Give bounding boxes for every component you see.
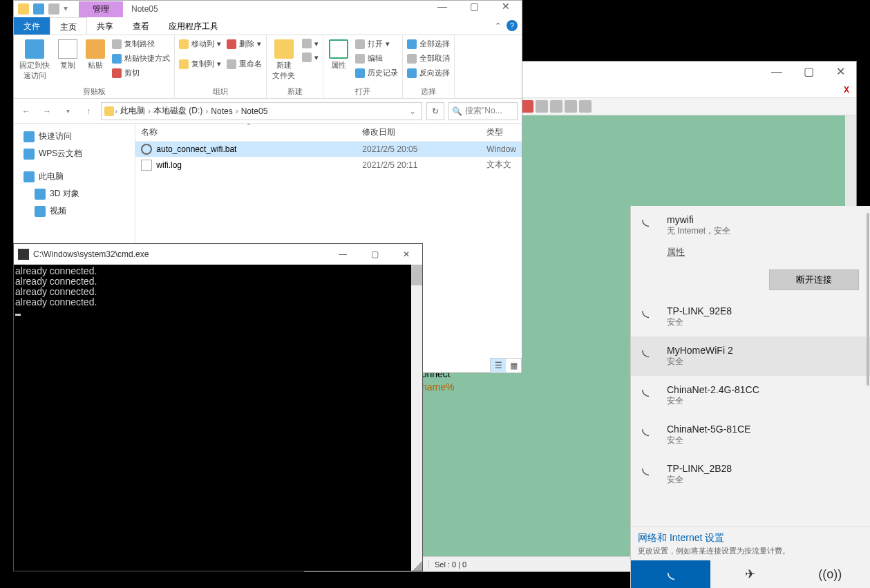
refresh-button[interactable]: ↻	[426, 102, 444, 120]
properties-icon	[329, 39, 348, 59]
selectnone-button[interactable]: 全部取消	[406, 53, 451, 64]
wifi-scrollbar[interactable]	[866, 206, 870, 526]
edit-button[interactable]: 编辑	[354, 53, 399, 64]
address-dropdown-icon[interactable]: ⌄	[406, 106, 419, 116]
copyto-button[interactable]: 复制到 ▾	[178, 58, 223, 70]
close-button[interactable]: ✕	[824, 61, 856, 82]
wifi-network[interactable]: ChinaNet-5G-81CE 安全	[631, 415, 870, 455]
minimize-button[interactable]: —	[761, 61, 793, 82]
group-label: 组织	[178, 86, 263, 97]
moveto-button[interactable]: 移动到 ▾	[178, 38, 223, 50]
properties-button[interactable]: 属性	[326, 38, 351, 72]
document-close-icon[interactable]: X	[841, 84, 853, 96]
maximize-button[interactable]: ▢	[458, 1, 490, 17]
col-modified[interactable]: 修改日期	[362, 126, 486, 138]
cmd-titlebar[interactable]: C:\Windows\system32\cmd.exe — ▢ ✕	[14, 244, 422, 265]
forward-button[interactable]: →	[39, 103, 55, 120]
newfolder-button[interactable]: 新建 文件夹	[269, 38, 298, 82]
easyaccess-button[interactable]: ▾	[301, 52, 320, 63]
file-row[interactable]: auto_connect_wifi.bat 2021/2/5 20:05 Win…	[135, 142, 522, 157]
breadcrumb[interactable]: 此电脑	[118, 105, 147, 117]
details-view-icon[interactable]: ☰	[491, 359, 506, 372]
minimize-button[interactable]: —	[426, 1, 458, 17]
airplane-toggle[interactable]: ✈	[710, 560, 790, 588]
back-button[interactable]: ←	[18, 103, 35, 120]
col-name[interactable]: 名称	[141, 126, 362, 138]
history-button[interactable]: 历史记录	[354, 67, 399, 79]
breadcrumb[interactable]: Note05	[239, 106, 270, 116]
largeicons-view-icon[interactable]: ▦	[506, 359, 521, 372]
title-context-tab[interactable]: 管理	[79, 1, 123, 17]
menu-home[interactable]: 主页	[50, 17, 87, 35]
menu-share[interactable]: 共享	[87, 17, 123, 35]
address-bar[interactable]: › 此电脑› 本地磁盘 (D:)› Notes› Note05 ⌄	[101, 102, 422, 120]
menu-view[interactable]: 查看	[123, 17, 159, 35]
rename-button[interactable]: 重命名	[225, 58, 263, 70]
cut-button[interactable]: 剪切	[111, 67, 171, 79]
help-icon[interactable]: ?	[507, 20, 518, 31]
delete-button[interactable]: 删除 ▾	[225, 38, 263, 50]
menu-file[interactable]: 文件	[14, 17, 50, 35]
collapse-ribbon-icon[interactable]: ⌃	[495, 21, 501, 30]
file-modified: 2021/2/5 20:05	[362, 144, 486, 154]
toolbar-icon[interactable]	[536, 100, 548, 113]
wifi-network[interactable]: TP-LINK_2B28 安全	[631, 455, 870, 494]
nav-3dobjects[interactable]: 3D 对象	[14, 185, 135, 202]
terminal-body[interactable]: already connected. already connected. al…	[14, 265, 422, 571]
wifi-list: mywifi 无 Internet，安全 属性 断开连接 TP-LINK_92E…	[631, 206, 870, 526]
objects3d-icon	[35, 189, 46, 200]
selectall-button[interactable]: 全部选择	[406, 38, 451, 50]
wifi-toggle[interactable]	[631, 560, 710, 588]
wifi-icon	[642, 384, 659, 401]
close-button[interactable]: ✕	[390, 244, 422, 265]
up-button[interactable]: ↑	[80, 103, 97, 120]
search-input[interactable]: 🔍 搜索"No...	[448, 102, 518, 120]
file-row[interactable]: wifi.log 2021/2/5 20:11 文本文	[135, 157, 522, 173]
pasteshortcut-button[interactable]: 粘贴快捷方式	[111, 53, 171, 64]
wifi-network[interactable]: TP-LINK_92E8 安全	[631, 297, 870, 336]
pin-button[interactable]: 固定到快 速访问	[17, 38, 53, 82]
col-type[interactable]: 类型	[486, 126, 516, 138]
invert-button[interactable]: 反向选择	[406, 67, 451, 79]
copy-button[interactable]: 复制	[55, 38, 80, 72]
explorer-titlebar[interactable]: ▾ 管理 Note05 — ▢ ✕	[14, 1, 522, 17]
sort-indicator-icon: ⌃	[246, 122, 252, 130]
toolbar-icon[interactable]	[579, 100, 592, 113]
record-icon[interactable]	[521, 100, 533, 113]
wifi-network[interactable]: ChinaNet-2.4G-81CC 安全	[631, 376, 870, 415]
qat-dropdown-icon[interactable]: ▾	[64, 3, 75, 15]
toolbar-icon[interactable]	[565, 100, 577, 113]
nav-thispc[interactable]: 此电脑	[14, 168, 135, 185]
recent-dropdown[interactable]: ▾	[59, 103, 76, 120]
nav-videos[interactable]: 视频	[14, 202, 135, 220]
nav-quickaccess[interactable]: 快速访问	[14, 128, 135, 145]
minimize-button[interactable]: —	[327, 244, 359, 265]
paste-button[interactable]: 粘贴	[83, 38, 108, 72]
wifi-network[interactable]: MyHomeWiFi 2 安全	[631, 336, 870, 376]
wifi-properties-link[interactable]: 属性	[667, 247, 685, 257]
menu-apptools[interactable]: 应用程序工具	[159, 17, 228, 35]
copypath-button[interactable]: 复制路径	[111, 38, 171, 50]
quick-access-toolbar: ▾	[14, 3, 79, 15]
breadcrumb[interactable]: Notes	[209, 106, 234, 116]
open-icon	[355, 39, 365, 49]
disconnect-button[interactable]: 断开连接	[769, 269, 859, 290]
folder-icon[interactable]	[18, 3, 29, 15]
maximize-button[interactable]: ▢	[793, 61, 824, 82]
hotspot-toggle[interactable]: ((o))	[791, 560, 870, 588]
open-button[interactable]: 打开 ▾	[354, 38, 399, 50]
breadcrumb[interactable]: 本地磁盘 (D:)	[151, 105, 205, 117]
close-button[interactable]: ✕	[490, 1, 522, 17]
cloud-icon	[23, 149, 35, 160]
maximize-button[interactable]: ▢	[359, 244, 390, 265]
resize-grip[interactable]	[413, 561, 422, 571]
wifi-network-connected[interactable]: mywifi 无 Internet，安全	[631, 206, 870, 245]
qat-icon[interactable]	[33, 3, 44, 15]
network-settings-link[interactable]: 网络和 Internet 设置	[638, 532, 863, 544]
qat-icon[interactable]	[48, 3, 59, 15]
terminal-scrollbar[interactable]	[411, 265, 422, 571]
nav-wps[interactable]: WPS云文档	[14, 145, 135, 162]
newitem-button[interactable]: ▾	[301, 38, 320, 49]
play-icon[interactable]	[550, 100, 562, 113]
column-headers[interactable]: 名称 修改日期 类型	[135, 124, 522, 142]
